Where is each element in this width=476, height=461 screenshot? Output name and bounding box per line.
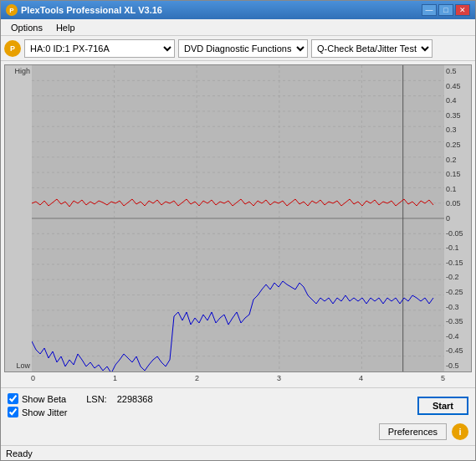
chart-left-labels: High Low (5, 65, 32, 371)
app-icon: P (6, 4, 18, 16)
start-button[interactable]: Start (417, 397, 468, 415)
rlabel-n0_3: -0.3 (446, 303, 469, 311)
menu-bar: Options Help (1, 19, 475, 36)
rlabel-0_15: 0.15 (446, 170, 469, 178)
title-bar-controls: — □ ✕ (422, 4, 470, 16)
lsn-value: 2298368 (117, 394, 153, 404)
rlabel-0_1: 0.1 (446, 185, 469, 193)
show-jitter-checkbox[interactable] (8, 407, 18, 417)
checkbox-group: Show Beta LSN: 2298368 Show Jitter (8, 393, 417, 420)
rlabel-n0_35: -0.35 (446, 317, 469, 325)
rlabel-n0_2: -0.2 (446, 273, 469, 281)
menu-help[interactable]: Help (49, 21, 82, 34)
title-bar-left: P PlexTools Professional XL V3.16 (6, 4, 162, 16)
chart-right-labels: 0.5 0.45 0.4 0.35 0.3 0.25 0.2 0.15 0.1 … (444, 65, 471, 371)
status-bar: Ready (1, 445, 475, 460)
xlabel-0: 0 (31, 374, 35, 382)
bottom-panel: Show Beta LSN: 2298368 Show Jitter Start… (1, 387, 475, 445)
rlabel-n0_4: -0.4 (446, 332, 469, 341)
maximize-button[interactable]: □ (438, 4, 453, 16)
title-bar: P PlexTools Professional XL V3.16 — □ ✕ (1, 1, 475, 19)
show-beta-checkbox[interactable] (8, 393, 18, 404)
xlabel-3: 3 (277, 374, 281, 382)
rlabel-0_4: 0.4 (446, 96, 469, 105)
rlabel-0_35: 0.35 (446, 111, 469, 120)
xlabel-5: 5 (441, 374, 445, 382)
bottom-row: Show Beta LSN: 2298368 Show Jitter Start (8, 393, 468, 420)
chart-bottom-labels: 0 1 2 3 4 5 (4, 372, 472, 384)
rlabel-n0_1: -0.1 (446, 243, 469, 252)
rlabel-0_05: 0.05 (446, 199, 469, 207)
preferences-button[interactable]: Preferences (379, 423, 447, 440)
show-beta-row: Show Beta LSN: 2298368 (8, 393, 417, 404)
rlabel-n0_05: -0.05 (446, 229, 469, 238)
jitter-line (32, 281, 433, 371)
show-jitter-row: Show Jitter (8, 407, 417, 417)
test-select[interactable]: Q-Check Beta/Jitter Test (311, 39, 432, 58)
label-high: High (14, 67, 30, 75)
xlabel-1: 1 (113, 374, 117, 382)
info-button[interactable]: i (452, 423, 468, 440)
rlabel-n0_45: -0.45 (446, 346, 469, 355)
label-low: Low (16, 361, 30, 370)
rlabel-0: 0 (446, 214, 469, 223)
rlabel-0_3: 0.3 (446, 125, 469, 134)
status-text: Ready (6, 448, 33, 458)
rlabel-0_45: 0.45 (446, 82, 469, 90)
function-select[interactable]: DVD Diagnostic Functions (178, 39, 308, 58)
rlabel-n0_15: -0.15 (446, 259, 469, 267)
rlabel-0_5: 0.5 (446, 67, 469, 75)
menu-options[interactable]: Options (4, 21, 49, 34)
show-jitter-label: Show Jitter (22, 407, 67, 417)
close-button[interactable]: ✕ (455, 4, 470, 16)
lsn-label: LSN: (86, 394, 106, 404)
show-beta-label: Show Beta (22, 394, 66, 404)
chart-plot (32, 65, 444, 371)
minimize-button[interactable]: — (422, 4, 437, 16)
rlabel-n0_25: -0.25 (446, 288, 469, 296)
bottom-actions: Start (417, 397, 468, 415)
drive-icon: P (4, 40, 21, 57)
xlabel-4: 4 (359, 374, 363, 382)
toolbar: P HA:0 ID:1 PX-716A DVD Diagnostic Funct… (1, 36, 475, 61)
rlabel-0_25: 0.25 (446, 141, 469, 149)
window-title: PlexTools Professional XL V3.16 (21, 5, 162, 15)
chart-container: High Low (4, 64, 472, 372)
chart-area: High Low (1, 61, 475, 387)
drive-select[interactable]: HA:0 ID:1 PX-716A (24, 39, 175, 58)
rlabel-0_2: 0.2 (446, 156, 469, 164)
chart-svg (32, 65, 444, 371)
main-window: P PlexTools Professional XL V3.16 — □ ✕ … (0, 0, 476, 461)
xlabel-2: 2 (195, 374, 199, 382)
rlabel-n0_5: -0.5 (446, 361, 469, 370)
